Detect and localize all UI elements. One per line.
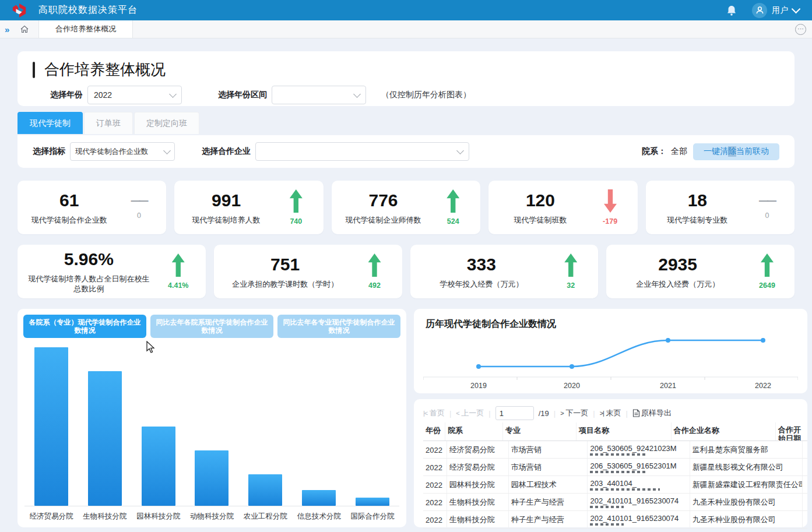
bar-biotech — [88, 371, 122, 506]
trend-up-icon — [447, 189, 459, 213]
cell-project: 206_530605_91652301M — [588, 459, 690, 475]
table-header-row: 年份 院系 专业 项目名称 合作企业名称 合作开始日期 — [423, 422, 807, 441]
next-page-button[interactable]: > 下一页 — [560, 408, 588, 418]
chart-tabs: 各院系（专业）现代学徒制合作企业数情况 同比去年各院系现代学徒制合作企业数情况 … — [17, 309, 406, 338]
breadcrumb-tab[interactable]: 合作培养整体概况 — [38, 20, 133, 38]
cell-year: 2022 — [423, 441, 447, 458]
x-tick-2022: 2022 — [755, 382, 771, 390]
bar-chart-plot — [24, 347, 399, 506]
next-page-icon: > — [560, 410, 563, 417]
user-menu[interactable]: 用户 — [752, 3, 799, 18]
first-page-label: 首页 — [430, 408, 445, 417]
line-series — [479, 340, 763, 367]
cell-department: 经济贸易分院 — [447, 441, 509, 458]
last-page-button[interactable]: >| 末页 — [600, 408, 621, 418]
stat-cards-row-2: 5.96% 现代学徒制培养人数占全日制在校生总数比例 4.41% 751 企业承… — [17, 245, 795, 298]
title-panel: 合作培养整体概况 选择年份 2022 选择年份区间 （仅控制历年分析图表） — [17, 51, 795, 106]
data-point-2019 — [476, 364, 481, 369]
trend-down-icon — [604, 189, 617, 213]
stat-label: 现代学徒制合作企业数 — [26, 215, 113, 225]
year-range-label: 选择年份区间 — [218, 90, 267, 100]
page-number-input[interactable] — [495, 406, 534, 420]
table-row: 2022 生物科技分院 种子生产与经营 202_410101_916523007… — [423, 511, 807, 529]
stat-value: 2935 — [614, 255, 741, 274]
data-point-2022 — [761, 338, 765, 343]
chart-tab-by-department[interactable]: 各院系（专业）现代学徒制合作企业数情况 — [23, 315, 146, 338]
tab-options-icon[interactable]: ··· — [795, 24, 806, 35]
stat-card-classes: 120 现代学徒制班数 -179 — [488, 181, 637, 234]
stat-card-enterprise-mentors: 776 现代学徒制企业师傅数 524 — [332, 181, 480, 234]
stat-card-teaching-hours: 751 企业承担的教学课时数（学时） 492 — [214, 245, 402, 298]
collapse-sidebar-icon[interactable]: » — [5, 24, 9, 34]
dashboard-screen: 高职院校数据决策平台 用户 » 合作培养整体概况 — [0, 0, 812, 532]
stat-delta: 4.41% — [168, 281, 188, 290]
tab-modern-apprenticeship[interactable]: 现代学徒制 — [17, 112, 83, 134]
chevron-down-icon — [169, 90, 177, 98]
bar-economic-trade — [34, 347, 68, 506]
clipped-text — [590, 488, 660, 491]
page-title: 合作培养整体概况 — [44, 59, 166, 80]
x-axis-label: 经济贸易分院 — [24, 512, 78, 522]
divider: | — [449, 409, 451, 418]
user-avatar — [752, 3, 767, 18]
clear-linkage-button[interactable]: 一键清除当前联动 — [693, 143, 779, 160]
enterprise-label: 选择合作企业 — [202, 146, 251, 157]
mouse-cursor — [146, 341, 157, 354]
bar-animal-science — [195, 450, 229, 506]
cell-year: 2022 — [423, 511, 447, 528]
project-code: 206_530605_92421023M — [590, 444, 687, 453]
first-page-button[interactable]: |< 首页 — [423, 408, 445, 418]
x-axis-label: 国际合作分院 — [346, 512, 399, 522]
cell-year: 2022 — [423, 459, 447, 475]
cell-start-date — [803, 511, 807, 528]
stat-value: 751 — [222, 255, 349, 274]
stat-label: 现代学徒制班数 — [497, 215, 583, 225]
chevron-down-icon — [353, 90, 361, 98]
bar-international — [356, 498, 389, 506]
stat-card-coop-enterprises: 61 现代学徒制合作企业数 0 — [17, 181, 166, 234]
app-logo-icon — [12, 3, 27, 18]
x-tick-2020: 2020 — [564, 382, 580, 390]
tab-custom-class[interactable]: 定制定向班 — [134, 112, 199, 134]
cell-major: 园林工程技术 — [509, 476, 588, 493]
prev-page-button[interactable]: < 上一页 — [456, 408, 484, 418]
app-header: 高职院校数据决策平台 用户 — [0, 0, 812, 20]
indicator-select[interactable]: 现代学徒制合作企业数 — [70, 142, 175, 161]
year-range-select[interactable] — [272, 86, 366, 104]
divider: | — [593, 409, 595, 418]
stat-label: 企业年投入经费（万元） — [614, 279, 741, 289]
project-code: 206_530605_91652301M — [590, 461, 687, 470]
home-icon[interactable] — [20, 24, 29, 34]
line-chart-title: 历年现代学徒制合作企业数情况 — [426, 318, 807, 330]
chart-tab-yoy-department[interactable]: 同比去年各院系现代学徒制合作企业数情况 — [150, 315, 273, 338]
year-select[interactable]: 2022 — [87, 86, 182, 104]
last-page-label: 末页 — [606, 408, 621, 417]
chart-tab-yoy-major[interactable]: 同比去年各专业现代学徒制合作企业数情况 — [277, 315, 400, 338]
stat-value: 776 — [340, 191, 427, 210]
divider: | — [554, 409, 556, 418]
project-code: 202_410101_9165230074 — [590, 514, 687, 523]
stat-label: 学校年投入经费（万元） — [419, 279, 545, 289]
stat-label: 现代学徒制企业师傅数 — [340, 215, 427, 225]
department-bar-chart-panel: 各院系（专业）现代学徒制合作企业数情况 同比去年各院系现代学徒制合作企业数情况 … — [17, 309, 406, 527]
stat-label: 现代学徒制专业数 — [654, 215, 741, 225]
stat-delta: 740 — [290, 217, 302, 226]
year-select-value: 2022 — [94, 90, 112, 100]
tab-order-class[interactable]: 订单班 — [84, 112, 133, 134]
cell-department: 园林科技分院 — [447, 476, 509, 493]
notification-bell-icon[interactable] — [726, 5, 737, 16]
cell-department: 经济贸易分院 — [447, 459, 509, 475]
enterprise-select[interactable] — [255, 142, 469, 161]
cell-company: 九圣禾种业股份有限公司 — [690, 511, 803, 528]
cell-major: 市场营销 — [509, 459, 588, 475]
prev-page-label: 上一页 — [461, 408, 484, 417]
stat-card-enterprise-funding: 2935 企业年投入经费（万元） 2649 — [606, 245, 795, 298]
cell-department: 生物科技分院 — [447, 494, 509, 510]
cell-company: 九圣禾种业股份有限公司 — [690, 494, 803, 510]
trend-up-icon — [290, 189, 303, 213]
user-name: 用户 — [772, 5, 788, 16]
export-button[interactable]: 原样导出 — [632, 408, 672, 418]
trend-up-icon — [172, 253, 185, 277]
clipped-text — [590, 453, 646, 456]
x-tick-2019: 2019 — [470, 382, 487, 390]
